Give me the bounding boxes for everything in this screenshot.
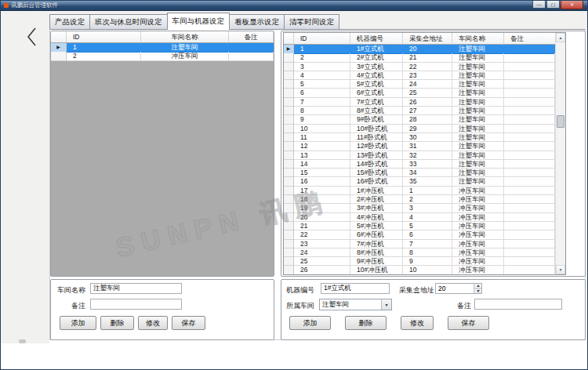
cell: 28	[403, 115, 452, 124]
cell	[504, 257, 555, 266]
tab-clear-time[interactable]: 清零时间设定	[284, 14, 339, 29]
table-row[interactable]: 1111#卧式机30注塑车间	[284, 133, 555, 142]
column-header[interactable]: 备注	[229, 31, 274, 43]
spin-down-icon[interactable]	[474, 288, 481, 294]
machine-table-box: ▲ ▼ ID机器编号采集盒地址车间名称备注▶11#立式机20注塑车间22#立式机…	[281, 31, 586, 277]
cell: 冲压车间	[452, 213, 504, 222]
table-row[interactable]: ▶1注塑车间	[51, 43, 274, 52]
column-header[interactable]: ID	[67, 31, 141, 43]
modify-button[interactable]: 修改	[401, 316, 434, 330]
row-header-cell	[284, 169, 294, 177]
table-row[interactable]: 1515#卧式机34注塑车间	[284, 169, 555, 177]
table-row[interactable]: 22#立式机21注塑车间	[284, 53, 555, 62]
table-row[interactable]: 215#冲压机5冲压车间	[284, 222, 555, 230]
cell	[504, 177, 555, 186]
machine-table[interactable]: ▲ ▼ ID机器编号采集盒地址车间名称备注▶11#立式机20注塑车间22#立式机…	[283, 32, 566, 275]
tab-shift-rest-time[interactable]: 班次与休息时间设定	[89, 14, 168, 29]
workshop-note-input[interactable]	[90, 299, 182, 310]
add-button[interactable]: 添加	[289, 316, 331, 330]
table-row[interactable]: 226#冲压机6冲压车间	[284, 230, 555, 239]
cell	[504, 187, 555, 195]
cell: 6#冲压机	[350, 230, 403, 239]
back-button[interactable]	[25, 26, 39, 48]
table-row[interactable]: 66#立式机25注塑车间	[284, 89, 555, 97]
cell: 22	[403, 63, 452, 71]
minimize-button[interactable]: —	[532, 1, 546, 9]
table-row[interactable]: 1616#卧式机35注塑车间	[284, 177, 555, 186]
scroll-down-icon[interactable]: ▼	[556, 265, 565, 274]
table-row[interactable]: 33#立式机22注塑车间	[284, 63, 555, 71]
delete-button[interactable]: 删除	[100, 316, 134, 330]
table-row[interactable]: 248#冲压机8冲压车间	[284, 248, 555, 257]
table-row[interactable]: 237#冲压机7冲压车间	[284, 240, 555, 248]
scroll-up-icon[interactable]: ▲	[556, 33, 565, 42]
cell	[504, 71, 555, 80]
cell: 12#卧式机	[350, 142, 403, 151]
save-button[interactable]: 保存	[448, 316, 489, 330]
cell	[504, 98, 555, 107]
cell: 3#立式机	[350, 63, 403, 71]
table-row[interactable]: 1414#卧式机33注塑车间	[284, 160, 555, 169]
cell: 冲压车间	[452, 195, 504, 204]
column-header[interactable]: 采集盒地址	[403, 33, 452, 45]
title-bar[interactable]: 讯鹏后台管理软件 — ▢ ✕	[1, 1, 587, 11]
tab-workshop-machine[interactable]: 车间与机器设定	[167, 13, 230, 30]
cell	[504, 195, 555, 204]
table-row[interactable]: 88#立式机27注塑车间	[284, 107, 555, 115]
machine-note-input[interactable]	[474, 299, 562, 310]
cell: 冲压车间	[141, 52, 229, 60]
row-header-cell	[284, 142, 294, 151]
row-header-cell	[284, 222, 294, 230]
table-row[interactable]: 2冲压车间	[51, 52, 274, 60]
tab-board-display[interactable]: 看板显示设定	[229, 14, 285, 29]
workshop-select[interactable]: 注塑车间 ▾	[319, 299, 392, 310]
cell: 23	[403, 71, 452, 80]
tab-product[interactable]: 产品设定	[49, 14, 90, 29]
table-row[interactable]: 193#冲压机3冲压车间	[284, 204, 555, 212]
table-row[interactable]: 1010#卧式机29注塑车间	[284, 125, 555, 133]
cell	[504, 213, 555, 222]
table-row[interactable]: ▶11#立式机20注塑车间	[284, 45, 555, 53]
workshop-name-input[interactable]	[90, 283, 182, 294]
machine-id-input[interactable]	[321, 283, 390, 294]
table-row[interactable]: 44#立式机23注塑车间	[284, 71, 555, 80]
cell: 1	[294, 45, 350, 54]
table-row[interactable]: 259#冲压机9冲压车间	[284, 257, 555, 266]
collector-address-input[interactable]	[436, 284, 473, 293]
collector-address-stepper[interactable]	[435, 283, 482, 294]
column-header[interactable]: 车间名称	[452, 33, 504, 45]
column-header[interactable]: ID	[294, 33, 350, 45]
cell: 30	[403, 133, 452, 142]
workshop-table[interactable]: ID车间名称备注▶1注塑车间2冲压车间	[51, 31, 274, 276]
table-row[interactable]: 182#冲压机2冲压车间	[284, 195, 555, 204]
cell: 冲压车间	[452, 266, 504, 274]
table-row[interactable]: 204#冲压机4冲压车间	[284, 213, 555, 222]
cell: 21	[403, 53, 452, 62]
cell: 9#冲压机	[350, 257, 403, 266]
cell	[504, 89, 555, 97]
cell	[504, 169, 555, 177]
close-button[interactable]: ✕	[561, 1, 583, 9]
save-button[interactable]: 保存	[172, 316, 205, 330]
column-header[interactable]: 车间名称	[141, 31, 229, 43]
column-header[interactable]: 机器编号	[350, 33, 403, 45]
table-row[interactable]: 2610#冲压机10冲压车间	[284, 266, 555, 274]
row-header-cell	[284, 115, 294, 124]
vertical-scrollbar[interactable]: ▲ ▼	[555, 33, 565, 274]
modify-button[interactable]: 修改	[138, 316, 168, 330]
cell: 1	[67, 43, 141, 53]
table-row[interactable]: 1212#卧式机31注塑车间	[284, 142, 555, 151]
cell: 26	[403, 98, 452, 107]
scrollbar-thumb[interactable]	[557, 115, 564, 128]
maximize-button[interactable]: ▢	[546, 1, 560, 9]
table-row[interactable]: 99#卧式机28注塑车间	[284, 115, 555, 124]
table-row[interactable]: 55#立式机24注塑车间	[284, 80, 555, 89]
chevron-down-icon[interactable]: ▾	[381, 299, 391, 310]
cell	[504, 248, 555, 257]
table-row[interactable]: 1313#卧式机32注塑车间	[284, 151, 555, 160]
cell	[504, 133, 555, 142]
delete-button[interactable]: 删除	[345, 316, 387, 330]
table-row[interactable]: 171#冲压机1冲压车间	[284, 187, 555, 195]
table-row[interactable]: 77#立式机26注塑车间	[284, 98, 555, 107]
add-button[interactable]: 添加	[60, 316, 96, 330]
